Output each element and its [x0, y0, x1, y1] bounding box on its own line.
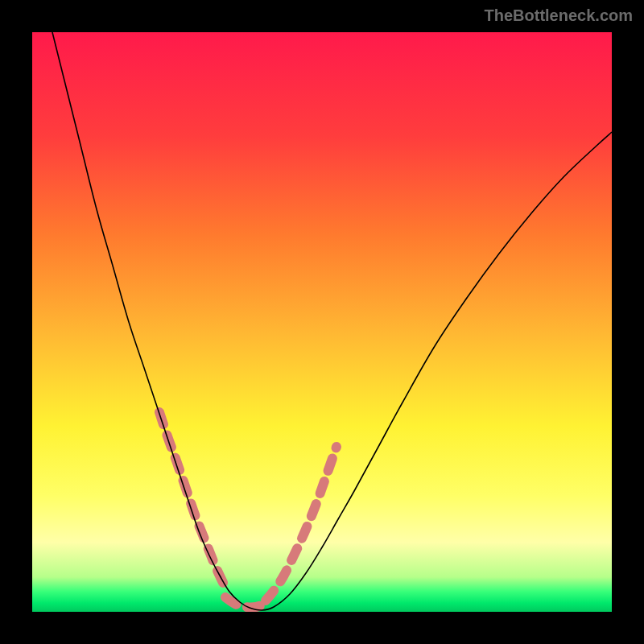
bottleneck-curve	[52, 32, 612, 610]
watermark-label: TheBottleneck.com	[485, 6, 633, 25]
curve-layer	[32, 32, 612, 612]
highlight-segment-right	[266, 447, 336, 601]
highlight-segment-left	[159, 412, 225, 588]
chart-frame: TheBottleneck.com	[0, 0, 644, 644]
plot-area	[32, 32, 612, 612]
